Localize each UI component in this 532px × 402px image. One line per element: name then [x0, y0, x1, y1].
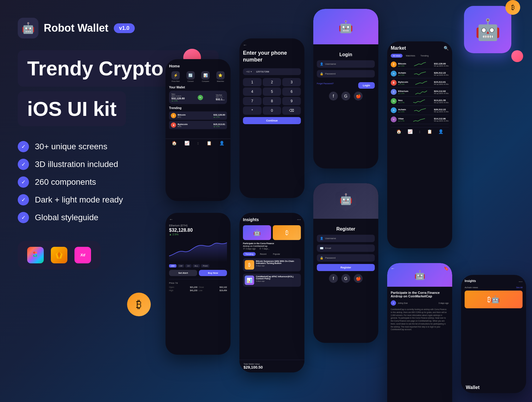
reg-username-placeholder: Username [325, 237, 336, 240]
chart-nav-icon[interactable]: 📈 [184, 141, 189, 145]
news-item-1[interactable]: ₿ Bitcoin Surpasses $40k With On-Chain I… [243, 258, 301, 271]
numpad-2[interactable]: 2 [263, 78, 281, 86]
market-etherium[interactable]: Ξ Etherium ▲ 2.2% $24,112.82 MCap $955.4… [391, 87, 449, 97]
numpad-8[interactable]: 8 [263, 97, 281, 105]
phone-number-content: ← Enter your phone number +62 ▾ | 125731… [239, 38, 304, 128]
buy-now-btn[interactable]: Buy Now [199, 270, 227, 276]
phone-register: 🤖 Register 👤 Username ✉️ Email 🔒 Passwor… [313, 183, 378, 343]
password-input[interactable]: 🔒 Password [317, 70, 375, 77]
numpad-4[interactable]: 4 [243, 87, 262, 96]
chart-tab-1v[interactable]: 1V [185, 264, 192, 268]
crypto-row-bitcoin[interactable]: ₿ Bitcoin BTC $32,128.80 ▲ 2.5% [169, 111, 227, 120]
phone-home: Home ⚡ Price Alert 🔄 Convert 📊 Compare ⭐… [166, 59, 231, 201]
chart-tab-24h[interactable]: 24H [169, 264, 176, 268]
news-bookmark-btn[interactable]: 🔖 [444, 266, 449, 271]
reg-password-input[interactable]: 🔒 Password [317, 254, 375, 262]
wallet-row: Neo NEO 0.2124 $32,128.80 ▲ 2.5% N Vecha… [171, 93, 225, 102]
numpad-0[interactable]: 0 [263, 106, 281, 115]
chart-area [169, 238, 227, 262]
reg-google-btn[interactable]: G [341, 274, 350, 283]
market-content: Market 🔍 All news Watchlists Trending ₿ … [387, 41, 452, 140]
market-transfer-icon[interactable]: ↕️ [419, 129, 421, 134]
market-bitcoin[interactable]: ₿ Bitcoin ▲ 2.5% $32,128.80 MCap $955.43… [391, 60, 449, 69]
facebook-login-btn[interactable]: f [329, 92, 338, 100]
price-alert-btn[interactable]: ⚡ Price Alert [171, 71, 180, 82]
register-content: Register 👤 Username ✉️ Email 🔒 Password … [313, 219, 378, 287]
insight-tabs: Trending Recent Popular [243, 252, 301, 256]
chart-tab-point[interactable]: Point [201, 264, 209, 268]
news-detail-title: Participate in the Corra Finance Airdrop… [391, 291, 449, 298]
set-alert-btn[interactable]: Set Alert [169, 270, 197, 276]
reg-username-input[interactable]: 👤 Username [317, 235, 375, 242]
crypto-row-bytecoin[interactable]: Ƀ Bytecoin BCN $15,313.81 ▲ 3.2% [169, 121, 227, 129]
numpad-7[interactable]: 7 [243, 97, 262, 105]
apple-login-btn[interactable]: 🍎 [354, 92, 363, 100]
neo-icon: N [198, 95, 203, 100]
forget-password-link[interactable]: Forget Password? [317, 82, 334, 85]
numpad-star[interactable]: * [243, 106, 262, 115]
i2-more-icon[interactable]: ··· [519, 279, 523, 284]
social-login-row: f G 🍎 [317, 92, 375, 100]
country-code[interactable]: +62 ▾ [246, 70, 252, 73]
insights2-content: Insights ··· Achain news See All ₿🤖 [461, 275, 526, 312]
chart-content: ← Etherium (ETH) $32,128.80 ▲ 2.5% [166, 213, 231, 296]
itab-trending[interactable]: Trending [243, 252, 256, 256]
news-item-2[interactable]: 📊 CoinMarketCap APAC Influencer(KOL) Con… [243, 274, 301, 287]
phone-insights: Insights ··· 🤖 ₿ Participate in the Corr… [239, 213, 304, 372]
numpad-3[interactable]: 3 [282, 78, 301, 86]
news-back-btn[interactable]: ← [391, 266, 395, 271]
market-tab-watchlists[interactable]: Watchlists [404, 54, 417, 58]
numpad-backspace[interactable]: ⌫ [282, 106, 301, 115]
home-nav-icon[interactable]: 🏠 [172, 141, 177, 145]
i2-see-all[interactable]: See All [516, 286, 523, 288]
wallet-neo: Neo NEO 0.2124 $32,128.80 ▲ 2.5% [171, 93, 185, 102]
convert-btn[interactable]: 🔄 Convert [186, 71, 195, 82]
eth-sparkline [415, 89, 427, 95]
reg-facebook-btn[interactable]: f [329, 274, 338, 283]
username-input[interactable]: 👤 Username [317, 60, 375, 68]
home-bottom-nav: 🏠 📈 ↕️ 📋 👤 [166, 139, 231, 147]
itab-recent[interactable]: Recent [257, 252, 269, 256]
market-vitae[interactable]: V Vitae ▲ 2.7% $14,112.86 MCap $955.43 B… [391, 115, 449, 124]
market-chart-icon[interactable]: 📈 [408, 129, 413, 134]
market-copy-icon[interactable]: 📋 [427, 129, 432, 134]
continue-btn[interactable]: Continue [243, 117, 301, 124]
chart-back-btn[interactable]: ← [169, 217, 227, 222]
close-row: Close $32,122 [199, 286, 227, 288]
i2-news-label: Achain news [465, 286, 478, 289]
reg-email-input[interactable]: ✉️ Email [317, 244, 375, 252]
top-right-illustration: 🤖 ₿ [464, 6, 517, 59]
chart-tab-1w[interactable]: 1W [178, 264, 184, 268]
numpad-9[interactable]: 9 [282, 97, 301, 105]
compare-btn[interactable]: 📊 Compare [201, 71, 210, 82]
register-button[interactable]: Register [317, 264, 375, 271]
chart-tab-all[interactable]: ALL [193, 264, 200, 268]
login-button[interactable]: Login [358, 82, 375, 89]
headline-box-2: iOS UI kit [18, 91, 126, 126]
market-profile-icon[interactable]: 👤 [438, 129, 443, 134]
itab-popular[interactable]: Popular [271, 252, 283, 256]
news-detail-author-row: J Johny Doe 3 days ago [391, 300, 449, 306]
insights-more-btn[interactable]: ··· [297, 217, 301, 222]
transfer-nav-icon[interactable]: ↕️ [197, 141, 199, 145]
watchlist-btn[interactable]: ⭐ Watchlist [216, 71, 225, 82]
profile-nav-icon[interactable]: 👤 [219, 141, 224, 145]
register-robot-icon: 🤖 [334, 187, 358, 211]
market-tab-allnews[interactable]: All news [391, 54, 403, 58]
market-tab-trending[interactable]: Trending [419, 54, 431, 58]
numpad-5[interactable]: 5 [263, 87, 281, 96]
market-bytecoin[interactable]: Ƀ Bytecoin ▲ 2.2% $15,313.81 MCap $993.4… [391, 78, 449, 87]
market-home-icon[interactable]: 🏠 [396, 129, 401, 134]
copy-nav-icon[interactable]: 📋 [207, 141, 212, 145]
market-achain[interactable]: A Achain ▲ 2.2% $28,312.22 MCap $393.43 … [391, 69, 449, 78]
market-search-icon[interactable]: 🔍 [444, 46, 449, 51]
market-neo[interactable]: N Neo ▲ 2.7% $13,221.55 MCap $955.43 Bln [391, 97, 449, 106]
phone-back-btn[interactable]: ← [243, 43, 301, 47]
phone-number-value: 1257317268 [256, 70, 269, 73]
reg-apple-btn[interactable]: 🍎 [354, 274, 363, 283]
market-achain2[interactable]: A Achain ▲ 2.2% $28,312.22 MCap $993.43 … [391, 106, 449, 115]
price-alert-icon: ⚡ [171, 71, 180, 80]
google-login-btn[interactable]: G [341, 92, 350, 100]
numpad-1[interactable]: 1 [243, 78, 262, 86]
numpad-6[interactable]: 6 [282, 87, 301, 96]
